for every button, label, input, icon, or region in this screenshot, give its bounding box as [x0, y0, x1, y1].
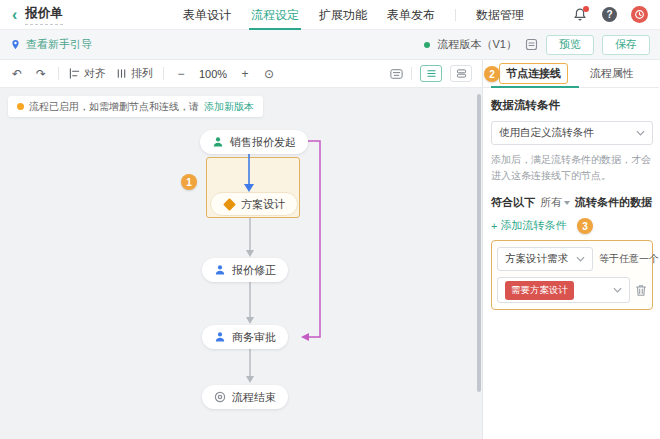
tutorial-badge-2: 2: [484, 66, 500, 82]
flow-canvas[interactable]: 流程已启用，如需增删节点和连线，请 添加新版本: [0, 88, 482, 439]
condition-value-select[interactable]: 需要方案设计: [497, 277, 630, 303]
card-view-icon: [456, 69, 467, 78]
tab-flow-properties[interactable]: 流程属性: [590, 66, 634, 81]
helper-text: 添加后，满足流转条件的数据，才会进入这条连接线下的节点。: [491, 152, 653, 183]
toolbar-divider: [58, 67, 59, 80]
flow-version-label: 流程版本（V1）: [438, 37, 517, 52]
fit-view-icon[interactable]: ⊙: [262, 67, 276, 81]
tab-divider: [455, 9, 456, 21]
diamond-icon: [223, 198, 235, 210]
user-avatar[interactable]: [631, 6, 648, 23]
toolbar-divider: [411, 67, 412, 80]
chevron-down-icon: [636, 130, 645, 136]
settings-panel: 2 节点连接线 流程属性 数据流转条件 使用自定义流转条件 添加后，满足流转条件…: [483, 60, 659, 439]
arrange-label: 排列: [131, 66, 153, 81]
plus-icon: +: [491, 220, 497, 232]
person-icon-blue: [214, 331, 226, 343]
guide-link-label: 查看新手引导: [26, 37, 92, 52]
version-status-dot: [424, 42, 430, 48]
add-condition-row: + 添加流转条件 3: [491, 218, 653, 233]
align-icon: [69, 68, 80, 79]
main-tabs: 表单设计 流程设定 扩展功能 表单发布 数据管理: [183, 0, 524, 30]
tab-node-connector[interactable]: 节点连接线: [499, 63, 568, 84]
person-icon-green: [212, 136, 224, 148]
node-label: 商务审批: [232, 330, 276, 345]
tab-flow-settings[interactable]: 流程设定: [251, 0, 299, 30]
tab-form-design[interactable]: 表单设计: [183, 0, 231, 30]
preview-button[interactable]: 预览: [546, 35, 594, 55]
notifications-bell-icon[interactable]: [572, 7, 588, 23]
trash-icon[interactable]: [635, 284, 647, 297]
save-button[interactable]: 保存: [602, 35, 650, 55]
notification-dot: [583, 6, 589, 12]
flow-node-revise[interactable]: 报价修正: [202, 258, 288, 282]
canvas-scrollbar[interactable]: [477, 94, 481, 392]
card-view-toggle[interactable]: [450, 65, 472, 82]
redo-icon[interactable]: ↷: [34, 67, 48, 81]
align-button[interactable]: 对齐: [69, 66, 106, 81]
zoom-in-icon[interactable]: +: [238, 67, 252, 81]
toolbar-divider: [163, 67, 164, 80]
section-title: 数据流转条件: [491, 98, 653, 113]
arrange-button[interactable]: 排列: [116, 66, 153, 81]
flow-node-end[interactable]: 流程结束: [202, 385, 288, 409]
node-label: 销售报价发起: [230, 135, 296, 150]
add-new-version-link[interactable]: 添加新版本: [204, 100, 254, 114]
align-label: 对齐: [84, 66, 106, 81]
condition-mode-value: 使用自定义流转条件: [499, 126, 632, 140]
tab-form-publish[interactable]: 表单发布: [387, 0, 435, 30]
condition-value-tag: 需要方案设计: [505, 281, 574, 300]
condition-field-select[interactable]: 方案设计需求: [497, 247, 593, 271]
add-condition-label: 添加流转条件: [500, 218, 566, 233]
condition-field-value: 方案设计需求: [505, 252, 572, 266]
flow-node-start[interactable]: 销售报价发起: [200, 130, 308, 154]
help-icon[interactable]: ?: [602, 7, 617, 22]
add-condition-link[interactable]: + 添加流转条件: [491, 218, 566, 233]
map-pin-icon: [10, 39, 21, 50]
tutorial-badge-1: 1: [181, 174, 197, 190]
flow-node-design[interactable]: 方案设计: [210, 192, 298, 216]
chevron-down-icon: [613, 287, 622, 293]
caret-down-icon: [564, 201, 570, 205]
match-mode-value: 所有: [540, 195, 562, 210]
list-view-toggle[interactable]: [420, 65, 442, 82]
page-title: 报价单: [25, 5, 63, 25]
back-icon[interactable]: ‹: [12, 7, 17, 23]
version-history-icon[interactable]: [525, 38, 538, 51]
zoom-level: 100%: [198, 68, 228, 80]
tab-extensions[interactable]: 扩展功能: [319, 0, 367, 30]
toast-text: 流程已启用，如需增删节点和连线，请: [29, 100, 199, 114]
tab-data-management[interactable]: 数据管理: [476, 0, 524, 30]
undo-icon[interactable]: ↶: [10, 67, 24, 81]
match-suffix: 流转条件的数据: [575, 195, 652, 210]
canvas-toolbar: ↶ ↷ 对齐 排列 − 100% + ⊙: [0, 60, 482, 88]
match-mode-select[interactable]: 所有: [540, 195, 570, 210]
arrange-icon: [116, 68, 127, 79]
condition-operator-select[interactable]: 等于任意一个: [599, 252, 660, 266]
condition-operator-value: 等于任意一个: [599, 252, 659, 266]
flow-node-approve[interactable]: 商务审批: [202, 325, 288, 349]
condition-highlight-box: 方案设计需求 等于任意一个 需要方案设计: [491, 240, 653, 310]
zoom-out-icon[interactable]: −: [174, 67, 188, 81]
shortcut-icon[interactable]: [389, 67, 403, 81]
info-dot-icon: [17, 103, 24, 110]
person-icon-blue: [214, 264, 226, 276]
tutorial-badge-3: 3: [577, 218, 593, 234]
node-label: 流程结束: [232, 390, 276, 405]
flow-enabled-toast: 流程已启用，如需增删节点和连线，请 添加新版本: [8, 96, 263, 117]
condition-mode-select[interactable]: 使用自定义流转条件: [491, 121, 653, 145]
app-header: ‹ 报价单 表单设计 流程设定 扩展功能 表单发布 数据管理 ?: [0, 0, 660, 30]
chevron-down-icon: [576, 256, 585, 262]
match-rule-row: 符合以下 所有 流转条件的数据: [491, 195, 653, 210]
node-label: 方案设计: [241, 197, 285, 212]
match-prefix: 符合以下: [491, 195, 535, 210]
node-label: 报价修正: [232, 263, 276, 278]
list-view-icon: [426, 69, 437, 78]
panel-tabs: 2 节点连接线 流程属性: [483, 60, 659, 88]
newbie-guide-link[interactable]: 查看新手引导: [10, 37, 92, 52]
sub-toolbar: 查看新手引导 流程版本（V1） 预览 保存: [0, 30, 660, 60]
target-icon: [214, 391, 226, 403]
